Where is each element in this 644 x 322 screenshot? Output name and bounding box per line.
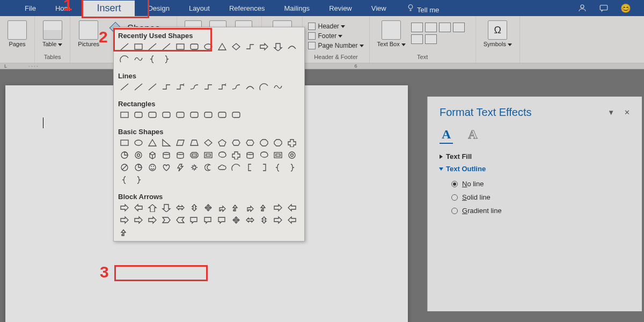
shape-rrect[interactable]: [216, 109, 228, 120]
shape-moon[interactable]: [202, 162, 214, 173]
shape-frame[interactable]: [272, 150, 284, 160]
emoji-icon[interactable]: 😊: [620, 3, 631, 13]
pane-menu-icon[interactable]: ▼: [608, 108, 614, 116]
shape-connector[interactable]: [230, 82, 242, 92]
shape-lbracket[interactable]: [244, 162, 256, 173]
shape-arrowD[interactable]: [160, 202, 172, 213]
tab-mailings[interactable]: Mailings: [274, 1, 319, 16]
shape-arrowU[interactable]: [146, 202, 158, 213]
dropcap-button[interactable]: [439, 23, 451, 32]
shape-hex[interactable]: [230, 137, 242, 148]
object-button[interactable]: [425, 34, 437, 44]
shape-rtri[interactable]: [160, 137, 172, 148]
tab-home[interactable]: Hom: [46, 1, 79, 16]
chat-icon[interactable]: [599, 3, 609, 13]
table-button[interactable]: Table: [40, 19, 64, 48]
footer-button[interactable]: Footer: [308, 32, 363, 40]
shape-rrect[interactable]: [230, 109, 242, 120]
shape-plus[interactable]: [230, 150, 242, 160]
shape-rrect[interactable]: [174, 109, 186, 120]
shape-arrowR[interactable]: [258, 41, 270, 52]
shape-rbracket[interactable]: [258, 162, 270, 173]
shape-arrowL[interactable]: [132, 202, 144, 213]
shape-callR[interactable]: [202, 215, 214, 225]
shape-can[interactable]: [244, 150, 256, 160]
section-text-fill[interactable]: Text Fill: [440, 152, 630, 160]
shape-elbowA[interactable]: [174, 82, 186, 92]
datetime-button[interactable]: [411, 34, 423, 44]
shape-quad[interactable]: [230, 215, 242, 225]
tab-text-fill-outline[interactable]: A: [440, 127, 453, 144]
shape-line[interactable]: [146, 41, 158, 52]
shape-line[interactable]: [118, 82, 130, 92]
shape-pent[interactable]: [216, 137, 228, 148]
shape-arrowR[interactable]: [132, 215, 144, 225]
shape-oval[interactable]: [132, 137, 144, 148]
radio-solid-line[interactable]: Solid line: [440, 191, 630, 204]
shape-curve[interactable]: [286, 41, 298, 52]
tab-review[interactable]: Review: [319, 1, 362, 16]
shape-arrowR[interactable]: [146, 215, 158, 225]
shape-tear[interactable]: [216, 150, 228, 160]
shape-rrect[interactable]: [132, 109, 144, 120]
shape-donut[interactable]: [286, 150, 298, 160]
shape-curve[interactable]: [244, 82, 256, 92]
shape-tri[interactable]: [146, 137, 158, 148]
header-button[interactable]: Header: [308, 23, 363, 30]
shape-hex[interactable]: [244, 137, 256, 148]
shape-line[interactable]: [132, 82, 144, 92]
shape-rect[interactable]: [132, 41, 144, 52]
tab-view[interactable]: View: [362, 1, 396, 16]
shape-oct[interactable]: [258, 137, 270, 148]
shape-arc[interactable]: [118, 54, 130, 64]
shape-line[interactable]: [146, 82, 158, 92]
shape-bentR[interactable]: [216, 202, 228, 213]
tab-layout[interactable]: Layout: [179, 1, 219, 16]
pages-button[interactable]: Pages: [5, 19, 29, 48]
shape-arrowUD[interactable]: [258, 215, 270, 225]
shape-oval[interactable]: [202, 41, 214, 52]
shape-bolt[interactable]: [174, 162, 186, 173]
shape-diamond[interactable]: [202, 137, 214, 148]
shape-para[interactable]: [174, 137, 186, 148]
shape-line[interactable]: [160, 41, 172, 52]
section-text-outline[interactable]: Text Outline: [440, 165, 630, 173]
shape-cloud[interactable]: [216, 162, 228, 173]
shape-line[interactable]: [118, 41, 130, 52]
shape-chevL[interactable]: [174, 215, 186, 225]
shape-arrowD[interactable]: [272, 41, 284, 52]
shape-pie[interactable]: [132, 162, 144, 173]
shape-chevR[interactable]: [160, 215, 172, 225]
tab-insert[interactable]: Insert: [83, 1, 135, 16]
shape-arrowL[interactable]: [286, 202, 298, 213]
shape-frame[interactable]: [202, 150, 214, 160]
shape-arrowLR[interactable]: [244, 215, 256, 225]
shape-bentU[interactable]: [258, 202, 270, 213]
shape-arrowLR[interactable]: [174, 202, 186, 213]
tab-text-effects[interactable]: A: [466, 127, 479, 144]
shape-noentry[interactable]: [118, 162, 130, 173]
shape-arrowR[interactable]: [272, 215, 284, 225]
shape-free[interactable]: [272, 82, 284, 92]
shape-free[interactable]: [132, 54, 144, 64]
shape-rbrace[interactable]: [160, 54, 172, 64]
shape-rrect[interactable]: [160, 109, 172, 120]
pictures-button[interactable]: Pictures: [76, 19, 101, 48]
shape-arrowL[interactable]: [286, 215, 298, 225]
shape-plus[interactable]: [286, 137, 298, 148]
signature-button[interactable]: [453, 23, 465, 32]
textbox-button[interactable]: Text Box: [375, 19, 408, 48]
shape-tear[interactable]: [258, 150, 270, 160]
shape-smiley[interactable]: [146, 162, 158, 173]
quickparts-button[interactable]: [411, 23, 423, 32]
shape-arc[interactable]: [230, 162, 242, 173]
shape-can[interactable]: [160, 150, 172, 160]
shape-lbrace[interactable]: [146, 54, 158, 64]
shape-callR[interactable]: [216, 215, 228, 225]
shape-elbow[interactable]: [202, 82, 214, 92]
shape-rect[interactable]: [118, 137, 130, 148]
wordart-button[interactable]: [425, 23, 437, 32]
tab-tellme[interactable]: Tell me: [396, 0, 449, 17]
shape-oct[interactable]: [272, 137, 284, 148]
shape-quad[interactable]: [202, 202, 214, 213]
